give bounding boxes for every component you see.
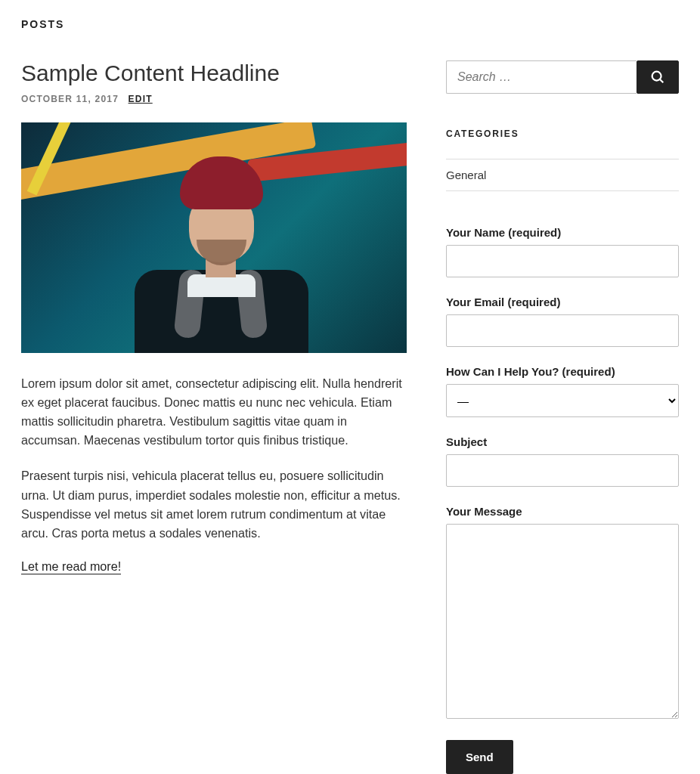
categories-heading: CATEGORIES [446,128,679,139]
post-paragraph: Lorem ipsum dolor sit amet, consectetur … [21,374,407,450]
name-field[interactable] [446,245,679,277]
contact-form: Your Name (required) Your Email (require… [446,226,679,774]
svg-point-0 [652,72,661,81]
post-meta: OCTOBER 11, 2017 EDIT [21,94,407,104]
help-select[interactable]: — [446,384,679,417]
post-title: Sample Content Headline [21,60,407,86]
subject-field[interactable] [446,454,679,487]
help-label: How Can I Help You? (required) [446,365,679,378]
message-label: Your Message [446,505,679,518]
post-date: OCTOBER 11, 2017 [21,94,119,104]
subject-label: Subject [446,435,679,448]
search-icon [649,69,666,85]
search-button[interactable] [637,60,679,94]
sidebar: CATEGORIES General Your Name (required) … [446,60,679,774]
name-label: Your Name (required) [446,226,679,239]
post-column: Sample Content Headline OCTOBER 11, 2017… [21,60,407,574]
email-field[interactable] [446,314,679,347]
send-button[interactable]: Send [446,740,513,774]
section-heading: POSTS [21,18,679,30]
search-input[interactable] [446,60,637,94]
category-item[interactable]: General [446,159,679,191]
message-field[interactable] [446,524,679,719]
read-more-link[interactable]: Let me read more! [21,559,121,574]
categories-list: General [446,159,679,191]
post-body: Lorem ipsum dolor sit amet, consectetur … [21,374,407,574]
featured-image [21,122,407,353]
post-paragraph: Praesent turpis nisi, vehicula placerat … [21,466,407,542]
edit-link[interactable]: EDIT [129,94,153,104]
svg-line-1 [660,79,663,82]
email-label: Your Email (required) [446,296,679,308]
search-widget [446,60,679,94]
